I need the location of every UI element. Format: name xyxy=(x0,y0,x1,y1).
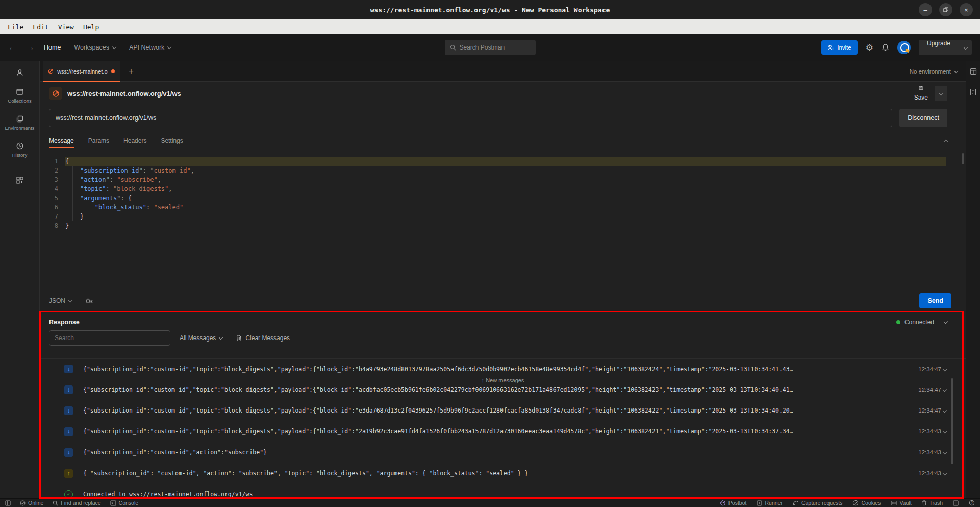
message-row[interactable]: ↓ {"subscription_id":"custom-id","topic"… xyxy=(40,400,966,421)
environment-selector[interactable]: No environment xyxy=(910,68,966,75)
request-tab-active[interactable]: wss://rest-mainnet.onflc xyxy=(43,61,120,82)
minimize-button[interactable]: – xyxy=(919,3,932,16)
disconnect-button[interactable]: Disconnect xyxy=(899,109,947,127)
sidebar-item-collections[interactable]: Collections xyxy=(8,88,31,104)
response-title: Response xyxy=(49,319,80,326)
save-button[interactable]: Save xyxy=(908,86,947,101)
invite-button[interactable]: Invite xyxy=(821,40,858,55)
menu-file[interactable]: File xyxy=(3,23,28,31)
nav-workspaces[interactable]: Workspaces xyxy=(74,44,116,51)
url-input[interactable] xyxy=(49,109,892,127)
message-text: {"subscription_id":"custom-id","topic":"… xyxy=(83,407,901,414)
chevron-down-icon[interactable] xyxy=(943,367,947,371)
send-button[interactable]: Send xyxy=(919,293,951,308)
sidebar-item-more[interactable] xyxy=(16,176,24,184)
editor-line[interactable]: 6 "block_status": "sealed" xyxy=(40,203,966,212)
clear-messages-button[interactable]: Clear Messages xyxy=(236,334,290,342)
editor-line[interactable]: 4 "topic": "block_digests", xyxy=(40,184,966,194)
tab-settings[interactable]: Settings xyxy=(161,131,183,151)
collapse-editor-button[interactable] xyxy=(941,136,947,146)
editor-line[interactable]: 3 "action": "subscribe", xyxy=(40,175,966,184)
message-type-dropdown[interactable]: JSON xyxy=(49,297,72,304)
tab-params[interactable]: Params xyxy=(88,131,109,151)
message-row[interactable]: ↓ {"subscription_id":"custom-id","action… xyxy=(40,442,966,463)
search-placeholder: Search Postman xyxy=(460,44,505,51)
message-row[interactable]: ↑ { "subscription_id": "custom-id", "act… xyxy=(40,463,966,484)
find-and-replace-button[interactable]: Find and replace xyxy=(53,500,100,506)
sidebar-item-label: History xyxy=(12,152,28,158)
restore-button[interactable] xyxy=(939,3,952,16)
console-button[interactable]: Console xyxy=(110,500,139,506)
environment-label: No environment xyxy=(910,68,951,75)
sidebar-item-environments[interactable]: Environments xyxy=(5,115,34,131)
menu-edit[interactable]: Edit xyxy=(28,23,53,31)
response-search-input[interactable] xyxy=(49,330,170,346)
received-arrow-icon: ↓ xyxy=(64,385,73,394)
tab-message[interactable]: Message xyxy=(49,131,74,151)
split-panels-icon[interactable] xyxy=(953,500,959,506)
message-editor[interactable]: 1{2 "subscription_id": "custom-id",3 "ac… xyxy=(40,151,966,289)
new-tab-button[interactable]: + xyxy=(129,66,134,77)
editor-line[interactable]: 1{ xyxy=(40,157,966,166)
trash-button[interactable]: Trash xyxy=(922,500,943,506)
menu-help[interactable]: Help xyxy=(79,23,104,31)
message-row[interactable]: ✓ Connected to wss://rest-mainnet.onflow… xyxy=(40,484,966,498)
upgrade-button[interactable]: Upgrade xyxy=(919,40,972,55)
layout-icon[interactable] xyxy=(970,68,977,75)
settings-gear-icon[interactable]: ⚙ xyxy=(866,42,873,53)
message-row[interactable]: ↓ {"subscription_id":"custom-id","topic"… xyxy=(40,358,966,379)
capture-requests-button[interactable]: Capture requests xyxy=(793,500,843,506)
beautify-button[interactable] xyxy=(85,297,93,304)
message-filter-dropdown[interactable]: All Messages xyxy=(180,334,222,342)
received-arrow-icon: ↓ xyxy=(64,365,73,373)
sidebar-item-profile[interactable] xyxy=(16,68,24,77)
cookies-label: Cookies xyxy=(861,500,881,506)
window-titlebar: wss://rest-mainnet.onflow.org/v1/ws - Ne… xyxy=(0,0,980,19)
nav-home[interactable]: Home xyxy=(44,44,61,51)
vault-button[interactable]: Vault xyxy=(891,500,911,506)
message-row[interactable]: ↓ {"subscription_id":"custom-id","topic"… xyxy=(40,421,966,442)
nav-api-network[interactable]: API Network xyxy=(129,44,171,51)
global-search[interactable]: Search Postman xyxy=(445,40,536,55)
editor-line[interactable]: 2 "subscription_id": "custom-id", xyxy=(40,166,966,175)
forward-button[interactable]: → xyxy=(26,42,35,53)
filter-label: All Messages xyxy=(180,334,216,342)
upgrade-dropdown[interactable] xyxy=(959,40,972,55)
chevron-down-icon[interactable] xyxy=(943,429,947,433)
sidebar-item-history[interactable]: History xyxy=(12,142,28,158)
editor-scrollbar[interactable] xyxy=(962,153,964,164)
chevron-down-icon[interactable] xyxy=(943,408,947,413)
person-icon xyxy=(16,68,24,77)
save-dropdown[interactable] xyxy=(934,86,947,101)
editor-line[interactable]: 5 "arguments": { xyxy=(40,194,966,203)
chevron-down-icon[interactable] xyxy=(943,471,947,475)
panel-toggle-icon[interactable] xyxy=(5,500,11,506)
chevron-down-icon[interactable] xyxy=(943,388,947,392)
menu-view[interactable]: View xyxy=(54,23,79,31)
tab-headers[interactable]: Headers xyxy=(123,131,146,151)
chevron-down-icon[interactable] xyxy=(943,450,947,454)
close-button[interactable]: × xyxy=(960,3,973,16)
editor-line[interactable]: 8} xyxy=(40,221,966,230)
chevron-down-icon xyxy=(112,45,116,49)
request-tabstrip: wss://rest-mainnet.onflc + No environmen… xyxy=(40,61,966,82)
connection-status[interactable]: Connected xyxy=(896,319,947,326)
runner-button[interactable]: Runner xyxy=(757,500,782,506)
cookie-icon xyxy=(852,500,859,506)
help-icon[interactable]: ? xyxy=(969,500,975,506)
cookies-button[interactable]: Cookies xyxy=(852,500,881,506)
vault-icon xyxy=(891,500,897,506)
documentation-icon[interactable] xyxy=(970,88,976,96)
response-scrollbar[interactable] xyxy=(951,378,953,464)
message-time: 12:34:47 xyxy=(911,387,941,393)
editor-line[interactable]: 7 } xyxy=(40,212,966,221)
postbot-button[interactable]: Postbot xyxy=(720,500,747,506)
received-arrow-icon: ↓ xyxy=(64,427,73,436)
right-sidebar xyxy=(966,61,980,498)
online-status[interactable]: Online xyxy=(20,500,43,506)
back-button[interactable]: ← xyxy=(8,42,17,53)
notifications-bell-icon[interactable] xyxy=(882,43,889,52)
upgrade-label[interactable]: Upgrade xyxy=(919,40,959,55)
account-avatar[interactable] xyxy=(897,41,911,54)
chevron-down-icon xyxy=(167,45,171,49)
